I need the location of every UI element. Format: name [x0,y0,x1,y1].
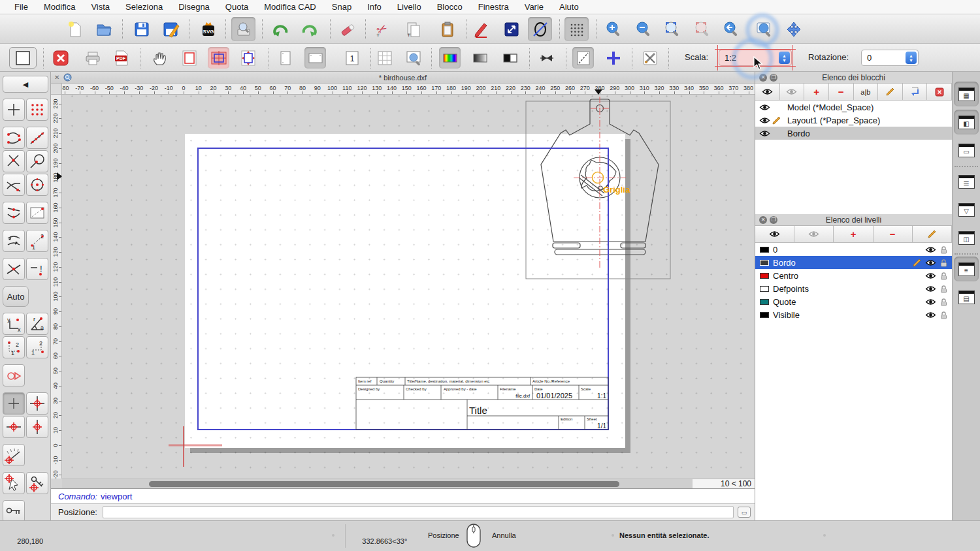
rotation-combo[interactable]: 0 ▲▼ [861,50,919,66]
command-line[interactable]: Comando: viewport [51,488,755,503]
layer-row[interactable]: Defpoints [755,282,952,295]
snap-center-button[interactable] [26,174,48,196]
dock-selection-filter-button[interactable]: ▽ [954,197,979,222]
snap-relative-12-b-button[interactable]: 12 [26,336,48,358]
layer-visibility[interactable] [925,298,936,306]
block-visibility[interactable] [759,117,770,124]
layer-visibility[interactable] [925,285,936,292]
pdf-export-button[interactable]: PDF [110,47,132,69]
scale-spinner[interactable]: ▲▼ [779,52,790,64]
block-rename-button[interactable]: a|b [854,84,879,100]
layer-visibility[interactable] [925,246,936,253]
snap-select-reference-button[interactable] [3,472,25,494]
undo-button[interactable] [268,17,292,41]
landscape-button[interactable] [304,47,326,69]
print-preview-button[interactable] [231,17,255,41]
menu-vista[interactable]: Vista [83,0,118,14]
menu-quota[interactable]: Quota [218,0,256,14]
snap-restrict-horizontal-button[interactable] [3,416,25,438]
dock-section-button[interactable]: ◫ [954,225,979,250]
grayscale-button[interactable] [469,47,491,69]
menu-aiuto[interactable]: Aiuto [551,0,587,14]
layer-visibility[interactable] [925,272,936,279]
snap-relative-zero-lock-button[interactable] [3,500,25,520]
zoom-previous-button[interactable] [719,17,743,41]
zoom-out-button[interactable] [631,17,655,41]
layer-lock[interactable] [940,311,947,319]
snap-free-button[interactable] [3,99,25,121]
close-preview-button[interactable] [50,47,71,69]
dock-library-button[interactable]: ☰ [954,169,979,194]
draw-pencil-button[interactable] [469,17,493,41]
block-hide-all-button[interactable] [780,84,805,100]
snap-relative-12-a-button[interactable]: 12 [3,336,25,358]
dock-command-line-button[interactable]: ≡ [954,257,979,281]
fit-viewport-button[interactable] [237,47,259,69]
snap-auto-button[interactable]: Auto [3,286,29,307]
pan-button[interactable] [781,17,806,41]
snap-distance-12-button[interactable]: 12 [26,230,48,252]
panel-float-icon[interactable]: ❐ [770,74,777,82]
menu-finestra[interactable]: Finestra [470,0,517,14]
svg-export-button[interactable]: SVG [196,17,220,41]
layer-row[interactable]: Centro [755,269,952,282]
menu-blocco[interactable]: Blocco [429,0,470,14]
black-white-button[interactable] [499,47,521,69]
panel-float-icon[interactable]: ❐ [770,216,777,224]
rotation-spinner[interactable]: ▲▼ [906,52,917,64]
snap-intersection-manual-button[interactable] [3,258,25,280]
layer-show-all-button[interactable] [755,226,794,242]
snap-restrict-vertical-button[interactable] [26,416,48,438]
snap-restrict-off-button[interactable] [3,392,25,415]
points-display-button[interactable] [602,47,624,69]
panel-close-icon[interactable]: ✕ [759,216,767,224]
snap-middle-button[interactable] [3,202,25,224]
snap-grid-button[interactable] [26,99,48,121]
pan-paper-button[interactable] [148,47,170,69]
menu-file[interactable]: File [7,0,36,14]
block-visibility[interactable] [759,104,770,111]
layer-remove-button[interactable]: − [874,226,913,242]
block-show-all-button[interactable] [755,84,780,100]
copy-button[interactable]: + [401,17,425,41]
layer-row[interactable]: Bordo [755,256,952,269]
layer-row[interactable]: Visibile [755,308,952,321]
menu-snap[interactable]: Snap [324,0,359,14]
snap-endpoints-button[interactable] [3,127,25,149]
snap-lock-relative-zero-target-button[interactable] [26,472,48,494]
snap-coordinate-polar-button[interactable]: ra [26,313,48,335]
layer-visibility[interactable] [925,259,936,266]
settings-tools-button[interactable] [639,47,661,69]
layer-edit-button[interactable] [913,226,952,242]
zoom-page-button[interactable] [402,47,424,69]
cut-button[interactable]: ✂+ [370,17,394,41]
command-detach-button[interactable]: ▭ [738,507,751,518]
multi-page-button[interactable] [374,47,395,69]
snap-auto-distance-button[interactable] [3,230,25,252]
block-row[interactable]: Layout1 (*Paper_Space) [755,114,952,127]
draft-mode-button[interactable] [572,47,594,69]
print-button[interactable] [82,47,103,69]
zoom-in-button[interactable] [601,17,625,41]
paste-button[interactable] [435,17,459,41]
block-delete-button[interactable] [927,84,952,100]
snap-coordinate-manual-button[interactable]: ! [26,258,48,280]
scale-tool-button[interactable] [499,17,523,41]
snap-perpendicular-button[interactable] [26,150,48,172]
menu-seleziona[interactable]: Seleziona [118,0,171,14]
snap-back-button[interactable]: ◀ [3,76,48,93]
block-row[interactable]: Bordo [755,127,952,140]
zoom-auto-button[interactable] [660,17,684,41]
menu-info[interactable]: Info [359,0,389,14]
layer-lock[interactable] [940,259,947,267]
block-insert-button[interactable] [903,84,928,100]
snap-reference-button[interactable] [26,202,48,224]
portrait-button[interactable] [274,47,296,69]
block-row[interactable]: Model (*Model_Space) [755,101,952,114]
menu-modifica[interactable]: Modifica [36,0,83,14]
paper-border-button[interactable] [178,47,200,69]
open-file-button[interactable] [91,17,116,41]
layer-lock[interactable] [940,272,947,280]
snap-on-entity-points-button[interactable] [26,127,48,149]
layer-lock[interactable] [940,285,947,293]
